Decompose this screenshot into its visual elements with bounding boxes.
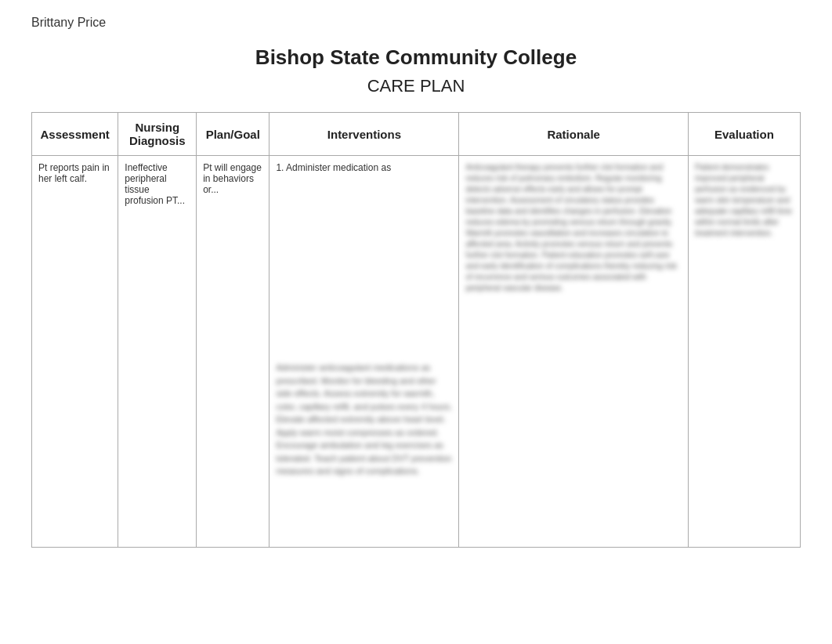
nursing-diagnosis-text: Ineffective peripheral tissue profusion … xyxy=(125,162,185,206)
care-plan-table: Assessment Nursing Diagnosis Plan/Goal I… xyxy=(31,112,801,548)
col-evaluation: Evaluation xyxy=(688,113,800,156)
assessment-text: Pt reports pain in her left calf. xyxy=(38,162,110,184)
interventions-cell: 1. Administer medication as Administer a… xyxy=(269,156,459,548)
student-name: Brittany Price xyxy=(31,16,801,30)
plan-goal-text: Pt will engage in behaviors or... xyxy=(203,162,262,195)
intervention-item-1: 1. Administer medication as xyxy=(276,162,452,173)
col-nursing-diagnosis: Nursing Diagnosis xyxy=(118,113,197,156)
col-assessment: Assessment xyxy=(32,113,118,156)
page-subtitle: CARE PLAN xyxy=(31,76,801,96)
rationale-blurred-text: Anticoagulant therapy prevents further c… xyxy=(465,162,682,294)
intervention-blurred-text: Administer anticoagulant medications as … xyxy=(276,361,452,478)
page-title: Bishop State Community College xyxy=(31,45,801,70)
assessment-cell: Pt reports pain in her left calf. xyxy=(32,156,118,548)
col-rationale: Rationale xyxy=(459,113,689,156)
col-interventions: Interventions xyxy=(269,113,459,156)
plan-goal-cell: Pt will engage in behaviors or... xyxy=(197,156,269,548)
rationale-cell: Anticoagulant therapy prevents further c… xyxy=(459,156,689,548)
table-row: Pt reports pain in her left calf. Ineffe… xyxy=(32,156,801,548)
evaluation-blurred-text: Patient demonstrates improved peripheral… xyxy=(695,162,794,239)
col-plan-goal: Plan/Goal xyxy=(197,113,269,156)
evaluation-cell: Patient demonstrates improved peripheral… xyxy=(688,156,800,548)
nursing-diagnosis-cell: Ineffective peripheral tissue profusion … xyxy=(118,156,197,548)
